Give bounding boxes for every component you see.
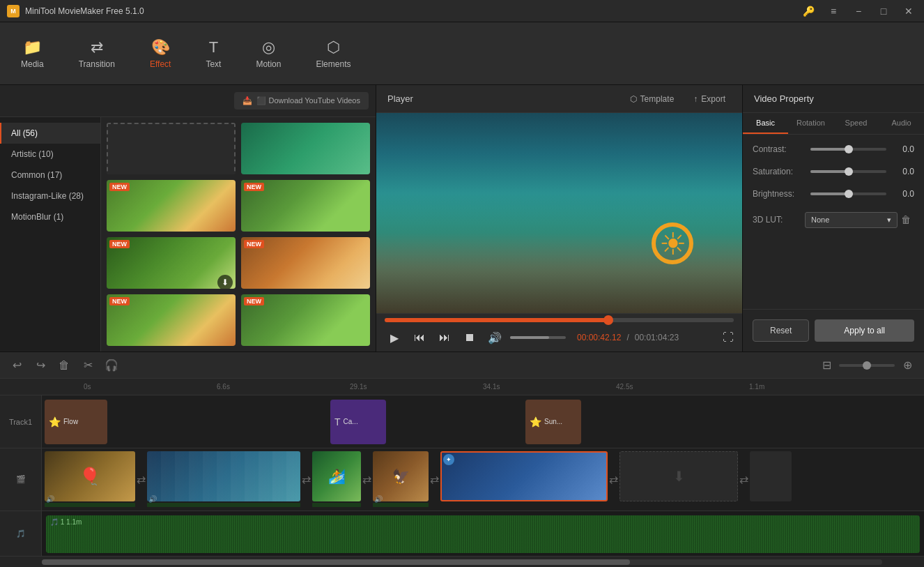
progress-fill <box>385 318 608 322</box>
zoom-in-button[interactable]: ⊕ <box>898 356 917 375</box>
effect-badge-icon: ✦ <box>443 454 454 465</box>
toolbar-item-text[interactable]: T Text <box>199 34 228 73</box>
lut-label: 3D LUT: <box>753 215 805 225</box>
template-label: Template <box>640 94 675 104</box>
video-clip-5-selected[interactable]: ✦ <box>440 451 608 508</box>
audio-track-content[interactable]: 🎵 1 1.1m <box>46 515 920 553</box>
video-clip-empty[interactable]: ⬇ <box>619 451 738 508</box>
video-track: 🎈 🔊 ⇄ 🔊 <box>42 448 794 511</box>
effect-item8[interactable]: NEW <box>241 294 370 346</box>
category-item-motionblur[interactable]: MotionBlur (1) <box>0 206 100 227</box>
template-button[interactable]: ⬡ Template <box>624 91 680 107</box>
current-time: 00:00:42.12 <box>577 333 621 342</box>
clip-sun[interactable]: ⭐ Sun... <box>525 400 581 444</box>
lut-delete-button[interactable]: 🗑 <box>898 211 914 228</box>
toolbar-item-elements[interactable]: ⬡ Elements <box>309 34 357 73</box>
clip1-audio-bar <box>45 503 135 507</box>
video-clip-4[interactable]: 🦅 🔊 <box>373 451 429 508</box>
category-item-artistic[interactable]: Artistic (10) <box>0 144 100 165</box>
effect-evergreen[interactable]: NEW ⬇ Evergreen <box>107 237 236 289</box>
category-item-instagram[interactable]: Instagram-Like (28) <box>0 186 100 206</box>
brightness-value: 0.0 <box>892 189 914 199</box>
scrollbar-thumb[interactable] <box>42 559 630 565</box>
volume-button[interactable]: 🔊 <box>485 328 505 347</box>
timeline-tracks: Track1 🎬 🎵 ⭐ Flow <box>0 395 924 556</box>
zoom-out-button[interactable]: ⊟ <box>817 356 836 375</box>
video-clip-2[interactable]: 🔊 <box>147 451 300 508</box>
clip3-audio-bar <box>312 503 361 507</box>
effect-item7[interactable]: NEW <box>107 294 236 346</box>
brightness-slider[interactable] <box>810 192 886 195</box>
titlebar: M MiniTool MovieMaker Free 5.1.0 🔑 ≡ − □… <box>0 0 924 22</box>
skip-back-button[interactable]: ⏮ <box>410 328 429 347</box>
skip-fwd-button[interactable]: ⏭ <box>435 328 454 347</box>
volume-slider[interactable] <box>510 336 566 339</box>
effect-beautify[interactable]: Beautify <box>241 123 370 174</box>
clip-flow[interactable]: ⭐ Flow <box>45 400 107 444</box>
toolbar-item-effect[interactable]: 🎨 Effect <box>143 34 178 73</box>
contrast-thumb <box>845 145 853 153</box>
maximize-button[interactable]: □ <box>875 3 892 20</box>
caption-clip-icon: T <box>334 416 341 428</box>
effects-panel-header: 📥 ⬛ Download YouTube Videos <box>0 85 376 117</box>
contrast-slider[interactable] <box>810 148 886 151</box>
redo-button[interactable]: ↪ <box>31 356 50 375</box>
progress-bar[interactable] <box>385 318 734 322</box>
export-button[interactable]: ↑ Export <box>688 91 731 107</box>
play-button[interactable]: ▶ <box>385 328 404 347</box>
close-button[interactable]: ✕ <box>900 3 917 20</box>
effect-blackcat[interactable]: NEW Blackcat <box>107 180 236 232</box>
saturation-slider[interactable] <box>810 170 886 173</box>
download-youtube-button[interactable]: 📥 ⬛ Download YouTube Videos <box>234 92 369 109</box>
track-row-audio: 🎵 1 1.1m <box>42 511 924 556</box>
video-clip-1[interactable]: 🎈 🔊 <box>45 451 135 508</box>
sun-clip-icon: ⭐ <box>530 416 541 428</box>
tab-basic[interactable]: Basic <box>743 113 788 134</box>
category-item-all[interactable]: All (56) <box>0 123 100 144</box>
tab-audio[interactable]: Audio <box>879 113 924 134</box>
scrollbar-track[interactable] <box>42 559 882 565</box>
toolbar-item-media[interactable]: 📁 Media <box>14 34 51 73</box>
minimize-button[interactable]: − <box>850 3 867 20</box>
stop-button[interactable]: ⏹ <box>460 328 479 347</box>
category-item-common[interactable]: Common (17) <box>0 165 100 186</box>
reset-button[interactable]: Reset <box>753 319 809 342</box>
lut-select[interactable]: None ▾ <box>805 212 898 228</box>
properties-title: Video Property <box>743 85 924 113</box>
player-title: Player <box>387 93 413 104</box>
timeline-scrollbar <box>0 556 924 567</box>
effect-freud[interactable]: NEW Freud <box>241 237 370 289</box>
key-button[interactable]: 🔑 <box>800 3 817 20</box>
titlebar-left: M MiniTool MovieMaker Free 5.1.0 <box>7 5 144 17</box>
audio-button[interactable]: 🎧 <box>102 356 121 375</box>
zoom-slider[interactable] <box>839 364 895 367</box>
empty-clip-icon: ⬇ <box>673 468 685 485</box>
toolbar-item-motion[interactable]: ◎ Motion <box>249 34 288 73</box>
transition-label: Transition <box>79 59 115 69</box>
balloon-thumbnail: 🎈 <box>79 467 100 486</box>
new-badge: NEW <box>244 240 264 248</box>
toolbar-item-transition[interactable]: ⇄ Transition <box>72 34 122 73</box>
effect-emerald[interactable]: NEW Emerald <box>241 180 370 232</box>
clip-caption[interactable]: T Ca... <box>330 400 386 444</box>
new-badge: NEW <box>244 183 264 191</box>
saturation-label: Saturation: <box>753 167 805 176</box>
clip2-audio-icon: 🔊 <box>148 495 157 503</box>
fullscreen-button[interactable]: ⛶ <box>723 331 734 344</box>
delete-button[interactable]: 🗑 <box>54 356 74 375</box>
new-badge: NEW <box>109 183 130 191</box>
category-list: All (56) Artistic (10) Common (17) Insta… <box>0 117 101 351</box>
controls-row: ▶ ⏮ ⏭ ⏹ 🔊 00:00:42.12 / 00:01:04:23 ⛶ <box>385 328 734 347</box>
tab-rotation[interactable]: Rotation <box>788 113 833 134</box>
effect-none[interactable]: None <box>107 123 236 174</box>
video-clip-3[interactable]: 🏄 <box>312 451 361 508</box>
undo-button[interactable]: ↩ <box>7 356 26 375</box>
menu-button[interactable]: ≡ <box>825 3 842 20</box>
swap-icon-2: ⇄ <box>300 473 312 486</box>
tab-speed[interactable]: Speed <box>833 113 879 134</box>
apply-all-button[interactable]: Apply to all <box>815 319 914 342</box>
cut-button[interactable]: ✂ <box>78 356 98 375</box>
text-icon: T <box>209 38 218 56</box>
brightness-row: Brightness: 0.0 <box>753 189 914 199</box>
properties-panel: Video Property Basic Rotation Speed Audi… <box>743 85 924 351</box>
